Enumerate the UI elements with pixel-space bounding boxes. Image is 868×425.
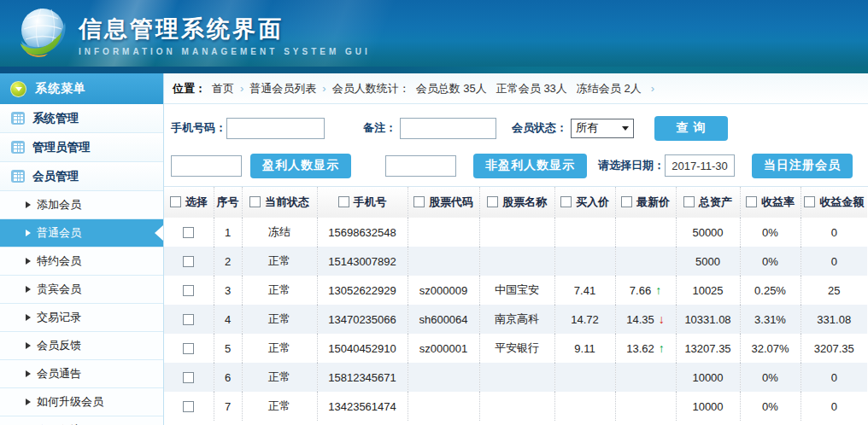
nonprofit-display-button[interactable]: 非盈利人数显示 (473, 154, 587, 178)
sidebar-item-label: 如何升级会员 (37, 394, 103, 410)
sidebar-item-交易记录[interactable]: 交易记录 (0, 304, 163, 332)
row-checkbox[interactable] (183, 314, 194, 325)
status-select[interactable]: 所有 (571, 119, 634, 138)
cell-assets: 50000 (676, 218, 740, 247)
sidebar-item-会员通告[interactable]: 会员通告 (0, 360, 163, 388)
note-input[interactable] (400, 118, 496, 139)
cell-no: 1 (214, 218, 242, 247)
sidebar-item-特约会员[interactable]: 特约会员 (0, 247, 163, 276)
member-stats-label: 会员人数统计： (332, 81, 410, 96)
nonprofit-count-input[interactable] (385, 155, 456, 177)
table-row: 6正常15812345671100000%0 (164, 363, 867, 392)
menu-toggle-icon[interactable] (10, 81, 26, 97)
sidebar-item-会员备注[interactable]: 会员备注 (0, 416, 163, 425)
sidebar-item-系统管理[interactable]: 系统管理 (0, 104, 163, 133)
cell-code: sh600064 (408, 305, 479, 334)
sidebar-menu-header[interactable]: 系统菜单 (0, 73, 163, 104)
cell-no: 7 (214, 392, 242, 421)
cell-code: sz000001 (408, 334, 479, 363)
sidebar-item-label: 会员通告 (37, 366, 81, 381)
cell-assets: 10000 (676, 363, 740, 392)
phone-label: 手机号码： (171, 120, 226, 136)
cell-buy: 14.72 (554, 305, 615, 334)
cell-phone: 15698632548 (317, 218, 408, 247)
header-checkbox[interactable] (804, 196, 815, 207)
triangle-bullet-icon (26, 230, 31, 236)
cell-buy (554, 363, 615, 392)
profit-display-button[interactable]: 盈利人数显示 (250, 154, 351, 178)
date-input[interactable] (665, 154, 735, 177)
row-checkbox[interactable] (183, 343, 194, 354)
cell-amount: 0 (801, 218, 867, 247)
status-label: 会员状态： (512, 120, 567, 136)
profit-count-input[interactable] (171, 155, 242, 177)
column-label: 选择 (185, 195, 208, 210)
search-button[interactable]: 查 询 (654, 116, 728, 141)
column-header-股票代码: 股票代码 (408, 187, 479, 218)
sidebar-item-添加会员[interactable]: 添加会员 (0, 191, 163, 219)
column-header-总资产: 总资产 (676, 187, 740, 218)
member-stat-正常会员: 正常会员 33人 (496, 81, 567, 96)
header-checkbox[interactable] (487, 196, 498, 207)
cell-stock (479, 363, 554, 392)
sidebar-item-label: 会员反馈 (37, 338, 81, 353)
sidebar-item-普通会员[interactable]: 普通会员 (0, 219, 163, 247)
column-label: 收益金额 (819, 195, 864, 210)
row-checkbox[interactable] (183, 401, 194, 412)
sidebar-item-label: 特约会员 (37, 253, 81, 269)
latest-price: 14.35 (626, 313, 654, 326)
column-header-序号: 序号 (214, 187, 242, 218)
row-checkbox[interactable] (183, 285, 194, 296)
chevron-separator-icon: › (322, 82, 326, 95)
column-label: 当前状态 (265, 195, 309, 210)
row-checkbox[interactable] (183, 372, 194, 383)
cell-stock (479, 247, 554, 276)
column-header-买入价: 买入价 (554, 187, 615, 218)
sidebar-item-贵宾会员[interactable]: 贵宾会员 (0, 276, 163, 304)
column-header-收益率: 收益率 (740, 187, 801, 218)
cell-amount: 25 (801, 276, 867, 305)
column-label: 买入价 (576, 195, 609, 210)
header-checkbox[interactable] (683, 196, 695, 207)
column-label: 总资产 (699, 195, 732, 210)
cell-assets: 10331.08 (676, 305, 740, 334)
latest-price: 7.66 (630, 284, 651, 297)
cell-code: sz000009 (408, 276, 479, 305)
sidebar-item-会员管理[interactable]: 会员管理 (0, 162, 163, 191)
cell-rate: 3.31% (740, 305, 801, 334)
cell-no: 4 (214, 305, 242, 334)
breadcrumb-link-首页[interactable]: 首页 (212, 81, 234, 96)
cell-code (408, 247, 479, 276)
header-checkbox[interactable] (338, 196, 349, 207)
table-row: 3正常13052622929sz000009中国宝安7.417.66↑10025… (164, 276, 867, 305)
row-checkbox[interactable] (183, 227, 194, 238)
sidebar-item-会员反馈[interactable]: 会员反馈 (0, 332, 163, 360)
sidebar-item-管理员管理[interactable]: 管理员管理 (0, 133, 163, 162)
phone-input[interactable] (226, 118, 325, 139)
header-checkbox[interactable] (170, 196, 181, 207)
app-header: 信息管理系统界面 INFORMATION MANAGEMENT SYSTEM G… (0, 0, 868, 67)
triangle-bullet-icon (26, 258, 31, 265)
header-checkbox[interactable] (249, 196, 261, 207)
header-checkbox[interactable] (746, 196, 757, 207)
header-checkbox[interactable] (560, 196, 572, 207)
breadcrumb: 位置：首页›普通会员列表›会员人数统计：会员总数 35人正常会员 33人冻结会员… (164, 73, 868, 104)
cell-latest (615, 247, 676, 276)
today-registered-button[interactable]: 当日注册会员 (752, 154, 853, 178)
breadcrumb-link-普通会员列表[interactable]: 普通会员列表 (249, 81, 316, 96)
trend-up-icon: ↑ (655, 283, 661, 297)
cell-stock: 中国宝安 (479, 276, 554, 305)
header-checkbox[interactable] (413, 196, 425, 207)
sidebar-item-label: 系统管理 (32, 111, 79, 126)
chevron-separator-icon: › (651, 82, 654, 95)
note-label: 备注： (363, 120, 396, 136)
cell-latest: 7.66↑ (615, 276, 676, 305)
row-checkbox[interactable] (183, 256, 194, 267)
column-header-股票名称: 股票名称 (479, 187, 554, 218)
cell-stock: 平安银行 (479, 334, 554, 363)
cell-status: 正常 (242, 334, 317, 363)
header-checkbox[interactable] (621, 196, 632, 207)
sidebar-item-如何升级会员[interactable]: 如何升级会员 (0, 388, 163, 416)
cell-stock (479, 218, 554, 247)
cell-stock (479, 392, 554, 421)
